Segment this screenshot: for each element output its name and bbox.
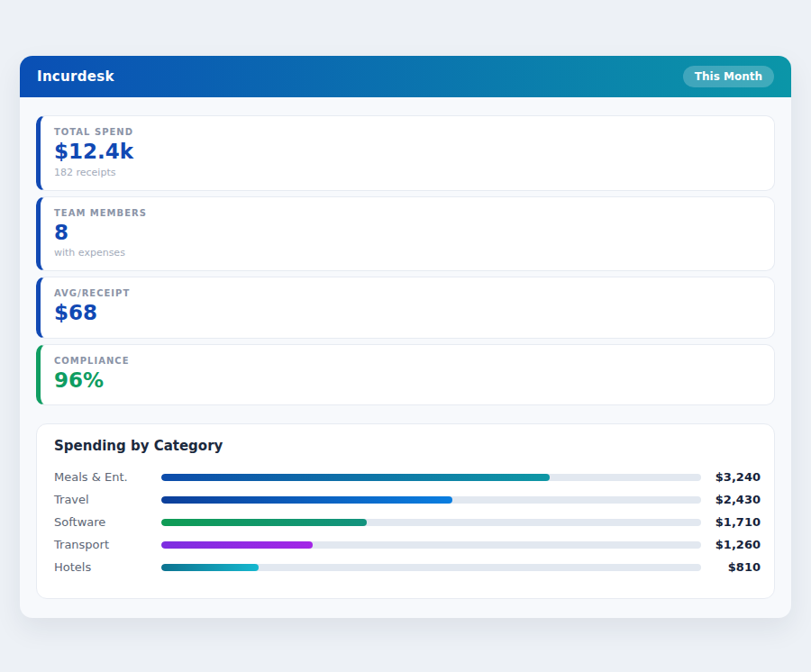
bar-fill <box>161 519 367 526</box>
stat-label: AVG/RECEIPT <box>54 288 758 298</box>
category-value: $1,260 <box>701 538 761 551</box>
app-header: Incurdesk This Month <box>20 56 791 97</box>
category-value: $3,240 <box>701 470 761 484</box>
chart-title: Spending by Category <box>54 438 761 454</box>
chart-row-travel: Travel $2,430 <box>54 488 761 511</box>
stat-value: $12.4k <box>54 140 758 165</box>
chart-row-meals: Meals & Ent. $3,240 <box>54 466 761 488</box>
spending-by-category-chart: Spending by Category Meals & Ent. $3,240… <box>36 423 775 599</box>
stat-subtext: with expenses <box>54 247 758 259</box>
bar-track <box>161 541 701 549</box>
bar-fill <box>161 564 259 571</box>
bar-track <box>161 519 701 526</box>
chart-row-hotels: Hotels $810 <box>54 556 761 578</box>
category-label: Transport <box>54 538 161 551</box>
period-badge[interactable]: This Month <box>683 66 774 87</box>
stat-subtext: 182 receipts <box>54 167 758 178</box>
stat-value: 8 <box>54 221 758 246</box>
stat-label: TEAM MEMBERS <box>54 208 758 218</box>
chart-row-transport: Transport $1,260 <box>54 533 761 556</box>
stat-card-compliance: COMPLIANCE 96% <box>36 344 775 406</box>
dashboard-panel: Incurdesk This Month TOTAL SPEND $12.4k … <box>20 56 791 618</box>
category-label: Meals & Ent. <box>54 470 161 484</box>
stat-label: COMPLIANCE <box>54 356 758 366</box>
stat-card-avg-receipt: AVG/RECEIPT $68 <box>36 277 775 339</box>
category-label: Hotels <box>54 560 161 574</box>
bar-track <box>161 564 701 571</box>
bar-track <box>161 474 701 481</box>
stat-value: 96% <box>54 368 758 394</box>
stat-card-total-spend: TOTAL SPEND $12.4k 182 receipts <box>36 115 775 191</box>
dashboard-body: TOTAL SPEND $12.4k 182 receipts TEAM MEM… <box>20 97 791 618</box>
bar-fill <box>161 474 550 481</box>
app-title: Incurdesk <box>37 68 114 85</box>
category-value: $2,430 <box>701 493 761 506</box>
bar-fill <box>161 541 313 549</box>
category-label: Software <box>54 515 161 529</box>
category-value: $810 <box>701 560 761 574</box>
category-value: $1,710 <box>701 515 761 529</box>
stat-value: $68 <box>54 301 758 326</box>
stat-card-team-members: TEAM MEMBERS 8 with expenses <box>36 196 775 272</box>
category-label: Travel <box>54 493 161 506</box>
stat-label: TOTAL SPEND <box>54 127 758 137</box>
bar-track <box>161 496 701 504</box>
chart-row-software: Software $1,710 <box>54 511 761 533</box>
bar-fill <box>161 496 452 504</box>
